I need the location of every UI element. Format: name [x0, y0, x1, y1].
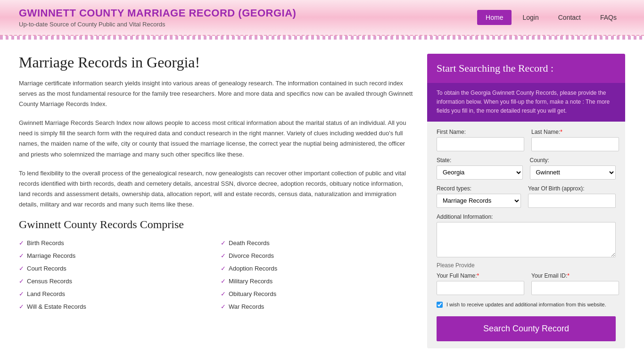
panel-title: Start Searching the Record : — [427, 54, 625, 83]
year-of-birth-input[interactable] — [528, 194, 616, 208]
records-grid: ✓ Birth Records ✓ Death Records ✓ Marria… — [19, 238, 413, 312]
nav-login[interactable]: Login — [514, 10, 547, 25]
record-label: War Records — [229, 303, 264, 310]
check-icon: ✓ — [19, 303, 24, 310]
check-icon: ✓ — [19, 290, 24, 297]
intro-para-2: Gwinnett Marriage Records Search Index n… — [19, 118, 413, 159]
county-select[interactable]: Gwinnett Fulton DeKalb Cobb — [530, 165, 616, 180]
record-label: Divorce Records — [229, 252, 274, 259]
list-item: ✓ Marriage Records — [19, 251, 211, 261]
required-marker: * — [567, 272, 570, 279]
record-label: Land Records — [27, 290, 65, 297]
newsletter-label: I wish to receive updates and additional… — [446, 301, 606, 309]
check-icon: ✓ — [221, 278, 226, 285]
header: GWINNETT COUNTY MARRIAGE RECORD (GEORGIA… — [0, 0, 644, 36]
site-title: GWINNETT COUNTY MARRIAGE RECORD (GEORGIA… — [19, 7, 477, 19]
additional-info-group: Additional Information: — [437, 214, 616, 257]
newsletter-checkbox-row: I wish to receive updates and additional… — [437, 301, 616, 309]
check-icon: ✓ — [221, 239, 226, 247]
check-icon: ✓ — [221, 303, 226, 310]
check-icon: ✓ — [221, 252, 226, 259]
full-name-group: Your Full Name:* — [437, 272, 524, 295]
intro-para-3: To lend flexibility to the overall proce… — [19, 168, 413, 210]
first-name-input[interactable] — [437, 137, 524, 151]
year-of-birth-group: Year Of Birth (approx): — [528, 185, 616, 208]
intro-para-1: Marriage certificate information search … — [19, 78, 413, 109]
record-type-select[interactable]: Marriage Records Birth Records Death Rec… — [437, 194, 521, 208]
page-heading: Marriage Records in Georgia! — [19, 54, 413, 71]
check-icon: ✓ — [19, 278, 24, 285]
list-item: ✓ War Records — [221, 302, 413, 312]
required-marker: * — [477, 272, 479, 279]
record-type-row: Record types: Marriage Records Birth Rec… — [437, 185, 616, 208]
last-name-label: Last Name:* — [531, 129, 619, 135]
panel-subtext: To obtain the Georgia Gwinnett County Re… — [427, 83, 625, 122]
record-label: Marriage Records — [27, 252, 75, 259]
nav-contact[interactable]: Contact — [550, 10, 589, 25]
list-item: ✓ Court Records — [19, 263, 211, 273]
email-group: Your Email ID:* — [531, 272, 619, 295]
check-icon: ✓ — [19, 265, 24, 272]
first-name-group: First Name: — [437, 129, 524, 151]
record-label: Obituary Records — [229, 290, 276, 297]
record-label: Military Records — [229, 278, 272, 285]
record-label: Death Records — [229, 239, 270, 247]
additional-info-textarea[interactable] — [437, 222, 616, 257]
county-group: County: Gwinnett Fulton DeKalb Cobb — [530, 157, 616, 180]
left-content: Marriage Records in Georgia! Marriage ce… — [19, 54, 413, 348]
list-item: ✓ Obituary Records — [221, 289, 413, 299]
list-item: ✓ Will & Estate Records — [19, 302, 211, 312]
list-item: ✓ Military Records — [221, 276, 413, 286]
record-label: Census Records — [27, 278, 72, 285]
list-item: ✓ Census Records — [19, 276, 211, 286]
record-label: Birth Records — [27, 239, 64, 247]
last-name-input[interactable] — [531, 137, 619, 151]
list-item: ✓ Land Records — [19, 289, 211, 299]
check-icon: ✓ — [19, 252, 24, 259]
state-label: State: — [437, 157, 523, 164]
record-label: Adoption Records — [229, 265, 277, 272]
last-name-group: Last Name:* — [531, 129, 619, 151]
site-subtitle: Up-to-date Source of County Public and V… — [19, 21, 477, 28]
state-group: State: Georgia Alabama Florida Tennessee — [437, 157, 523, 180]
name-row: First Name: Last Name:* — [437, 129, 616, 151]
check-icon: ✓ — [19, 239, 24, 247]
record-label: Court Records — [27, 265, 66, 272]
additional-info-label: Additional Information: — [437, 214, 616, 220]
check-icon: ✓ — [221, 265, 226, 272]
brand: GWINNETT COUNTY MARRIAGE RECORD (GEORGIA… — [19, 7, 477, 28]
main-nav: Home Login Contact FAQs — [477, 10, 625, 25]
record-type-label: Record types: — [437, 185, 521, 192]
first-name-label: First Name: — [437, 129, 524, 135]
record-type-group: Record types: Marriage Records Birth Rec… — [437, 185, 521, 208]
please-provide-label: Please Provide — [437, 262, 616, 269]
full-name-input[interactable] — [437, 281, 524, 295]
header-separator — [0, 36, 644, 40]
check-icon: ✓ — [221, 290, 226, 297]
nav-home[interactable]: Home — [477, 10, 512, 25]
records-section-heading: Gwinnett County Records Comprise — [19, 218, 413, 231]
contact-row: Your Full Name:* Your Email ID:* — [437, 272, 616, 295]
search-panel: Start Searching the Record : To obtain t… — [427, 54, 625, 348]
panel-body: First Name: Last Name:* State: Georgia A… — [427, 122, 625, 349]
required-marker: * — [560, 129, 562, 135]
state-select[interactable]: Georgia Alabama Florida Tennessee — [437, 165, 523, 180]
county-label: County: — [530, 157, 616, 164]
state-county-row: State: Georgia Alabama Florida Tennessee… — [437, 157, 616, 180]
nav-faqs[interactable]: FAQs — [592, 10, 625, 25]
full-name-label: Your Full Name:* — [437, 272, 524, 279]
list-item: ✓ Birth Records — [19, 238, 211, 248]
email-input[interactable] — [531, 281, 619, 295]
list-item: ✓ Divorce Records — [221, 251, 413, 261]
list-item: ✓ Adoption Records — [221, 263, 413, 273]
list-item: ✓ Death Records — [221, 238, 413, 248]
newsletter-checkbox[interactable] — [437, 302, 443, 308]
record-label: Will & Estate Records — [27, 303, 86, 310]
search-county-record-button[interactable]: Search County Record — [437, 316, 616, 341]
email-label: Your Email ID:* — [531, 272, 619, 279]
main-layout: Marriage Records in Georgia! Marriage ce… — [0, 40, 644, 362]
year-of-birth-label: Year Of Birth (approx): — [528, 185, 616, 192]
